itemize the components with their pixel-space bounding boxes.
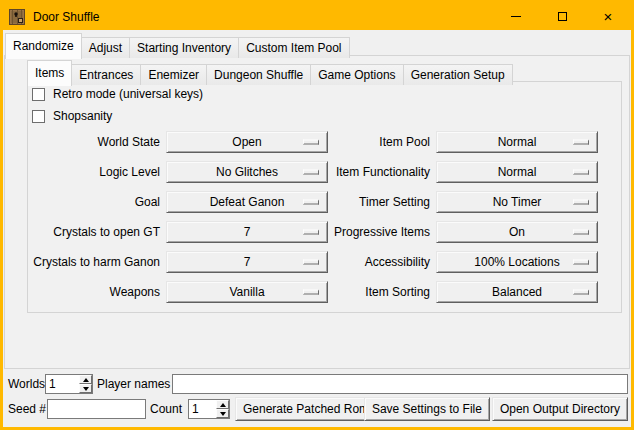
- timer-setting-dropdown[interactable]: No Timer: [436, 191, 598, 213]
- setting-label: Timer Setting: [328, 191, 436, 213]
- generation-panel: Worlds Player names Seed # Count Generat…: [3, 369, 631, 427]
- item-pool-dropdown[interactable]: Normal: [436, 131, 598, 153]
- item-sorting-dropdown[interactable]: Balanced: [436, 281, 598, 303]
- setting-label: Item Pool: [328, 131, 436, 153]
- spin-up-button[interactable]: [79, 375, 92, 384]
- items-page: Retro mode (universal keys) Shopsanity W…: [27, 81, 622, 313]
- tab-adjust[interactable]: Adjust: [81, 37, 130, 58]
- seed-label: Seed #: [8, 402, 46, 416]
- spin-down-button[interactable]: [79, 384, 92, 393]
- minimize-button[interactable]: [493, 3, 539, 30]
- settings-grid: World State Open Item Pool Normal Logic …: [28, 131, 621, 311]
- dropdown-indicator-icon: [303, 170, 319, 175]
- dropdown-indicator-icon: [573, 200, 589, 205]
- tab-randomize[interactable]: Randomize: [5, 33, 82, 59]
- dropdown-value: On: [509, 225, 525, 239]
- checkbox-box-icon[interactable]: [32, 110, 45, 123]
- goal-dropdown[interactable]: Defeat Ganon: [166, 191, 328, 213]
- titlebar[interactable]: Door Shuffle ×: [3, 3, 631, 30]
- settings-row: Goal Defeat Ganon Timer Setting No Timer: [28, 191, 621, 213]
- dropdown-value: Open: [232, 135, 261, 149]
- spin-up-button[interactable]: [216, 400, 229, 409]
- setting-label: World State: [28, 131, 166, 153]
- setting-label: Crystals to open GT: [28, 221, 166, 243]
- spin-down-button[interactable]: [216, 409, 229, 418]
- tab-entrances[interactable]: Entrances: [71, 64, 141, 85]
- tab-dungeon-shuffle[interactable]: Dungeon Shuffle: [206, 64, 311, 85]
- setting-label: Item Sorting: [328, 281, 436, 303]
- maximize-button[interactable]: [539, 3, 585, 30]
- setting-label: Accessibility: [328, 251, 436, 273]
- tab-starting-inventory[interactable]: Starting Inventory: [129, 37, 239, 58]
- player-names-input[interactable]: [172, 374, 628, 394]
- setting-label: Item Functionality: [328, 161, 436, 183]
- dropdown-value: No Timer: [493, 195, 542, 209]
- randomize-sub-tab-bar: Items Entrances Enemizer Dungeon Shuffle…: [27, 57, 512, 85]
- weapons-dropdown[interactable]: Vanilla: [166, 281, 328, 303]
- settings-row: Crystals to harm Ganon 7 Accessibility 1…: [28, 251, 621, 273]
- logic-level-dropdown[interactable]: No Glitches: [166, 161, 328, 183]
- close-button[interactable]: ×: [585, 3, 631, 30]
- tab-enemizer[interactable]: Enemizer: [140, 64, 207, 85]
- door-icon: [9, 9, 25, 25]
- worlds-input[interactable]: [46, 375, 79, 393]
- dropdown-value: 100% Locations: [474, 255, 559, 269]
- arrow-down-icon: [220, 412, 226, 416]
- setting-label: Progressive Items: [328, 221, 436, 243]
- item-functionality-dropdown[interactable]: Normal: [436, 161, 598, 183]
- dropdown-indicator-icon: [303, 200, 319, 205]
- close-icon: ×: [604, 9, 613, 24]
- arrow-up-icon: [83, 378, 89, 382]
- setting-label: Goal: [28, 191, 166, 213]
- accessibility-dropdown[interactable]: 100% Locations: [436, 251, 598, 273]
- checkbox-box-icon[interactable]: [32, 88, 45, 101]
- dropdown-indicator-icon: [303, 230, 319, 235]
- minimize-icon: [511, 16, 521, 17]
- setting-label: Logic Level: [28, 161, 166, 183]
- tab-game-options[interactable]: Game Options: [310, 64, 403, 85]
- count-label: Count: [150, 402, 182, 416]
- arrow-down-icon: [83, 387, 89, 391]
- progressive-items-dropdown[interactable]: On: [436, 221, 598, 243]
- door-shuffle-window: Door Shuffle × Randomize Adjust Starting…: [0, 0, 634, 430]
- dropdown-indicator-icon: [573, 290, 589, 295]
- checkbox-label: Retro mode (universal keys): [53, 87, 203, 101]
- spin-buttons: [216, 400, 229, 418]
- dropdown-value: Balanced: [492, 285, 542, 299]
- maximize-icon: [558, 12, 567, 21]
- retro-mode-checkbox[interactable]: Retro mode (universal keys): [32, 86, 203, 102]
- tab-generation-setup[interactable]: Generation Setup: [403, 64, 513, 85]
- seed-input[interactable]: [47, 399, 146, 419]
- shopsanity-checkbox[interactable]: Shopsanity: [32, 108, 112, 124]
- dropdown-indicator-icon: [573, 230, 589, 235]
- dropdown-indicator-icon: [573, 140, 589, 145]
- dropdown-indicator-icon: [303, 140, 319, 145]
- open-output-button[interactable]: Open Output Directory: [492, 397, 628, 421]
- count-spinbox[interactable]: [188, 399, 230, 419]
- window-title: Door Shuffle: [33, 10, 100, 24]
- window-controls: ×: [493, 3, 631, 30]
- worlds-label: Worlds: [8, 377, 45, 391]
- save-settings-button[interactable]: Save Settings to File: [364, 397, 490, 421]
- settings-file-buttons: Save Settings to File Open Output Direct…: [364, 397, 628, 421]
- dropdown-value: Vanilla: [229, 285, 264, 299]
- tab-custom-item-pool[interactable]: Custom Item Pool: [238, 37, 349, 58]
- world-state-dropdown[interactable]: Open: [166, 131, 328, 153]
- setting-label: Crystals to harm Ganon: [28, 251, 166, 273]
- generate-rom-button[interactable]: Generate Patched Rom: [235, 397, 377, 421]
- worlds-spinbox[interactable]: [45, 374, 93, 394]
- dropdown-value: No Glitches: [216, 165, 278, 179]
- count-input[interactable]: [189, 400, 216, 418]
- tab-items[interactable]: Items: [27, 60, 72, 86]
- spin-buttons: [79, 375, 92, 393]
- settings-row: Crystals to open GT 7 Progressive Items …: [28, 221, 621, 243]
- crystals-harm-ganon-dropdown[interactable]: 7: [166, 251, 328, 273]
- settings-row: Logic Level No Glitches Item Functionali…: [28, 161, 621, 183]
- setting-label: Weapons: [28, 281, 166, 303]
- dropdown-indicator-icon: [303, 290, 319, 295]
- settings-row: Weapons Vanilla Item Sorting Balanced: [28, 281, 621, 303]
- player-names-label: Player names: [97, 377, 170, 391]
- crystals-open-gt-dropdown[interactable]: 7: [166, 221, 328, 243]
- dropdown-value: Defeat Ganon: [210, 195, 285, 209]
- dropdown-value: 7: [244, 225, 251, 239]
